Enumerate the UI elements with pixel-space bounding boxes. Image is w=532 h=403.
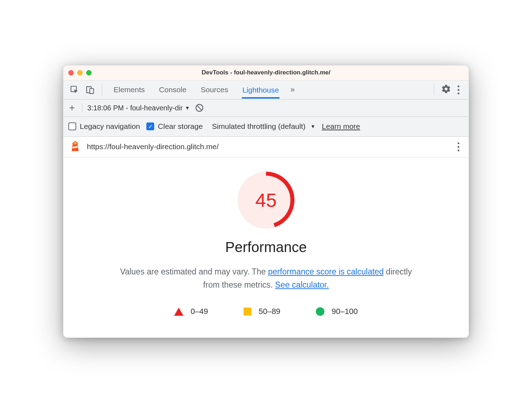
separator xyxy=(82,103,82,112)
performance-gauge[interactable]: 45 xyxy=(71,172,461,229)
legacy-navigation-checkbox[interactable]: Legacy navigation xyxy=(68,122,140,131)
tab-sources[interactable]: Sources xyxy=(200,81,229,98)
legend-range-pass: 90–100 xyxy=(332,307,358,316)
throttling-dropdown[interactable]: Simulated throttling (default) ▼ xyxy=(212,122,315,131)
more-tabs-icon[interactable]: » xyxy=(290,85,294,94)
clear-storage-label: Clear storage xyxy=(158,122,203,131)
report-select-label: 3:18:06 PM - foul-heavenly-dir xyxy=(87,104,183,112)
triangle-icon xyxy=(174,308,183,316)
report-url: https://foul-heavenly-direction.glitch.m… xyxy=(87,142,219,151)
settings-gear-icon[interactable] xyxy=(441,84,451,95)
svg-line-4 xyxy=(197,106,202,110)
device-toolbar-icon[interactable] xyxy=(85,85,95,94)
tabsbar-right xyxy=(430,84,466,95)
inspect-element-icon[interactable] xyxy=(70,85,79,94)
separator xyxy=(434,84,434,95)
tab-console[interactable]: Console xyxy=(158,81,187,98)
devtools-tabs-bar: Elements Console Sources Lighthouse » xyxy=(63,80,469,100)
report-url-bar: https://foul-heavenly-direction.glitch.m… xyxy=(63,137,469,157)
square-icon xyxy=(244,308,251,315)
maximize-window-button[interactable] xyxy=(86,70,92,75)
devtools-window: DevTools - foul-heavenly-direction.glitc… xyxy=(63,65,469,338)
score-calculation-link[interactable]: performance score is calculated xyxy=(268,267,384,276)
traffic-lights xyxy=(68,70,92,75)
close-window-button[interactable] xyxy=(68,70,74,75)
minimize-window-button[interactable] xyxy=(77,70,83,75)
panel-tabs: Elements Console Sources Lighthouse xyxy=(113,81,280,98)
report-description: Values are estimated and may vary. The p… xyxy=(118,265,414,292)
tab-lighthouse[interactable]: Lighthouse xyxy=(242,82,280,99)
clear-all-icon[interactable] xyxy=(195,103,204,112)
report-menu-icon[interactable] xyxy=(455,142,462,152)
lighthouse-report: 45 Performance Values are estimated and … xyxy=(63,157,469,338)
chevron-down-icon: ▼ xyxy=(311,124,315,129)
legacy-navigation-label: Legacy navigation xyxy=(80,122,140,131)
see-calculator-link[interactable]: See calculator. xyxy=(275,280,329,289)
score-legend: 0–49 50–89 90–100 xyxy=(71,307,461,316)
clear-storage-checkbox[interactable]: ✓ Clear storage xyxy=(146,122,203,131)
learn-more-link[interactable]: Learn more xyxy=(322,122,360,131)
performance-score: 45 xyxy=(238,172,294,229)
legend-range-average: 50–89 xyxy=(259,307,280,316)
report-select-dropdown[interactable]: 3:18:06 PM - foul-heavenly-dir ▼ xyxy=(87,104,190,112)
new-report-button[interactable]: + xyxy=(67,103,77,113)
titlebar: DevTools - foul-heavenly-direction.glitc… xyxy=(63,66,469,80)
more-options-icon[interactable] xyxy=(455,85,462,95)
tab-elements[interactable]: Elements xyxy=(113,81,146,98)
lighthouse-options-bar: Legacy navigation ✓ Clear storage Simula… xyxy=(63,117,469,137)
svg-rect-2 xyxy=(90,89,94,94)
legend-range-fail: 0–49 xyxy=(191,307,208,316)
throttling-label: Simulated throttling (default) xyxy=(212,122,306,131)
checkbox-unchecked-icon xyxy=(68,122,76,130)
legend-pass: 90–100 xyxy=(316,307,358,316)
legend-fail: 0–49 xyxy=(174,307,208,316)
report-category-title: Performance xyxy=(71,239,461,255)
chevron-down-icon: ▼ xyxy=(185,105,190,111)
legend-average: 50–89 xyxy=(244,307,280,316)
circle-icon xyxy=(316,307,324,316)
separator xyxy=(102,84,102,95)
checkbox-checked-icon: ✓ xyxy=(146,122,154,130)
lighthouse-logo-icon xyxy=(70,140,80,154)
inspect-tools xyxy=(66,85,98,94)
svg-rect-5 xyxy=(74,142,76,144)
desc-text: Values are estimated and may vary. The xyxy=(120,267,268,276)
lighthouse-action-bar: + 3:18:06 PM - foul-heavenly-dir ▼ xyxy=(63,100,469,117)
window-title: DevTools - foul-heavenly-direction.glitc… xyxy=(63,69,469,76)
